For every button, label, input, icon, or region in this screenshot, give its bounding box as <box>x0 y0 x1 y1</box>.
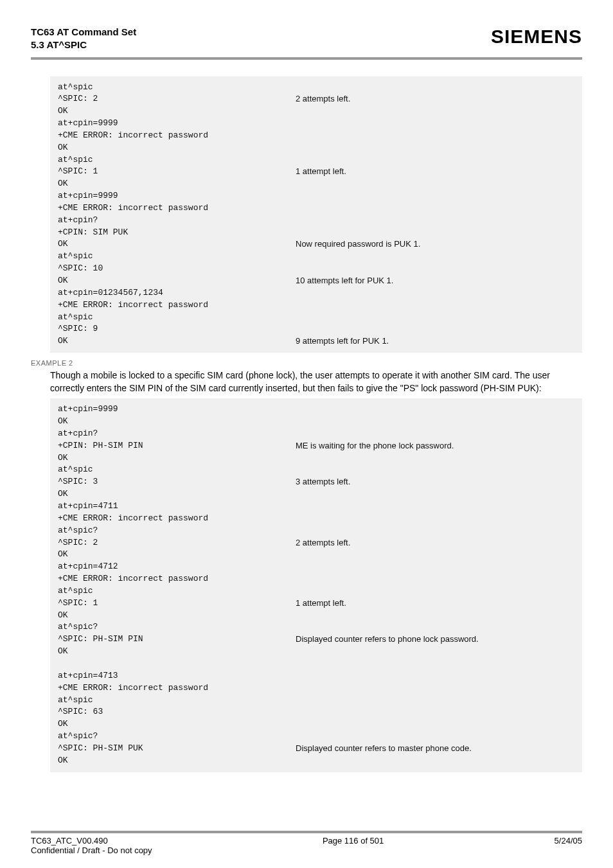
terminal-text: at^spic <box>58 585 296 598</box>
terminal-text: OK <box>58 549 296 561</box>
code-row: ^SPIC: 11 attempt left. <box>58 598 574 610</box>
code-row: +CME ERROR: incorrect password <box>58 573 574 585</box>
code-row: at+cpin=4711 <box>58 500 574 513</box>
code-row: OK <box>58 142 574 154</box>
annotation-text: 2 attempts left. <box>296 93 350 105</box>
code-row: ^SPIC: 10 <box>58 263 574 275</box>
code-row: at+cpin=9999 <box>58 190 574 202</box>
terminal-text: OK <box>58 178 296 190</box>
terminal-text: OK <box>58 646 296 658</box>
terminal-text: at+cpin? <box>58 215 296 227</box>
terminal-text: at+cpin=9999 <box>58 403 296 416</box>
terminal-text <box>58 658 296 670</box>
annotation-text: 1 attempt left. <box>296 166 346 178</box>
terminal-text: OK <box>58 105 296 118</box>
terminal-text: ^SPIC: 10 <box>58 263 296 275</box>
terminal-text: +CME ERROR: incorrect password <box>58 513 296 525</box>
code-row: +CME ERROR: incorrect password <box>58 299 574 312</box>
terminal-text: +CME ERROR: incorrect password <box>58 202 296 215</box>
terminal-text: +CME ERROR: incorrect password <box>58 299 296 312</box>
terminal-text: ^SPIC: 1 <box>58 166 296 178</box>
annotation-text: ME is waiting for the phone lock passwor… <box>296 440 454 452</box>
page-footer: TC63_ATC_V00.490 Confidential / Draft - … <box>31 836 582 855</box>
terminal-text: OK <box>58 416 296 428</box>
header-title: TC63 AT Command Set 5.3 AT^SPIC <box>31 26 136 52</box>
terminal-text: ^SPIC: PH-SIM PIN <box>58 633 296 646</box>
terminal-text: ^SPIC: 9 <box>58 323 296 335</box>
code-row: at^spic <box>58 312 574 324</box>
annotation-text: 10 attempts left for PUK 1. <box>296 275 393 287</box>
terminal-text: +CME ERROR: incorrect password <box>58 682 296 695</box>
terminal-text: +CPIN: SIM PUK <box>58 227 296 239</box>
code-row: ^SPIC: 9 <box>58 323 574 335</box>
code-row: at+cpin=4713 <box>58 670 574 682</box>
terminal-text: OK <box>58 610 296 622</box>
terminal-text: at+cpin=01234567,1234 <box>58 287 296 299</box>
terminal-text: at^spic <box>58 251 296 263</box>
code-row: +CME ERROR: incorrect password <box>58 202 574 215</box>
terminal-text: OK <box>58 452 296 465</box>
code-row: ^SPIC: 22 attempts left. <box>58 93 574 105</box>
code-row: at+cpin? <box>58 215 574 227</box>
code-example-1: at^spic^SPIC: 22 attempts left.OKat+cpin… <box>50 76 582 353</box>
terminal-text: at+cpin=9999 <box>58 190 296 202</box>
brand-logo: SIEMENS <box>491 26 582 48</box>
terminal-text: at^spic? <box>58 621 296 633</box>
code-row: at^spic <box>58 464 574 476</box>
terminal-text: ^SPIC: 63 <box>58 706 296 718</box>
terminal-text: OK <box>58 275 296 287</box>
code-row: at+cpin? <box>58 428 574 440</box>
code-row: +CPIN: SIM PUK <box>58 227 574 239</box>
footer-confidential: Confidential / Draft - Do not copy <box>31 846 152 855</box>
code-row: OK <box>58 549 574 561</box>
annotation-text: 3 attempts left. <box>296 476 350 488</box>
code-row: OK10 attempts left for PUK 1. <box>58 275 574 287</box>
code-example-2: at+cpin=9999OKat+cpin?+CPIN: PH-SIM PINM… <box>50 398 582 772</box>
terminal-text: ^SPIC: 2 <box>58 93 296 105</box>
footer-page-number: Page 116 of 501 <box>323 836 384 855</box>
terminal-text: at+cpin=4711 <box>58 500 296 513</box>
terminal-text: +CME ERROR: incorrect password <box>58 573 296 585</box>
terminal-text: OK <box>58 488 296 500</box>
footer-left: TC63_ATC_V00.490 Confidential / Draft - … <box>31 836 152 855</box>
code-row: OK <box>58 452 574 465</box>
code-row: at^spic <box>58 154 574 166</box>
terminal-text: +CME ERROR: incorrect password <box>58 130 296 142</box>
code-row: OKNow required password is PUK 1. <box>58 238 574 251</box>
doc-section: 5.3 AT^SPIC <box>31 39 136 51</box>
terminal-text: at+cpin? <box>58 428 296 440</box>
terminal-text: OK <box>58 238 296 251</box>
code-row: at^spic <box>58 251 574 263</box>
footer-rule: TC63_ATC_V00.490 Confidential / Draft - … <box>31 831 582 855</box>
terminal-text: at^spic? <box>58 525 296 537</box>
annotation-text: Displayed counter refers to phone lock p… <box>296 633 479 646</box>
code-row: +CME ERROR: incorrect password <box>58 682 574 695</box>
code-row: ^SPIC: 11 attempt left. <box>58 166 574 178</box>
terminal-text: at+cpin=4713 <box>58 670 296 682</box>
footer-date: 5/24/05 <box>555 836 582 855</box>
terminal-text: at^spic <box>58 464 296 476</box>
code-row: +CME ERROR: incorrect password <box>58 130 574 142</box>
code-row: at+cpin=9999 <box>58 403 574 416</box>
annotation-text: Displayed counter refers to master phone… <box>296 743 472 755</box>
annotation-text: Now required password is PUK 1. <box>296 238 420 251</box>
terminal-text: ^SPIC: 1 <box>58 598 296 610</box>
code-row: OK <box>58 178 574 190</box>
terminal-text: at^spic <box>58 82 296 94</box>
terminal-text: +CPIN: PH-SIM PIN <box>58 440 296 452</box>
code-row: OK <box>58 755 574 767</box>
code-row: at^spic <box>58 82 574 94</box>
code-row: OK <box>58 105 574 118</box>
code-row: at^spic? <box>58 621 574 633</box>
code-row: at+cpin=01234567,1234 <box>58 287 574 299</box>
code-row: OK9 attempts left for PUK 1. <box>58 335 574 348</box>
terminal-text: at^spic? <box>58 731 296 743</box>
terminal-text: ^SPIC: 2 <box>58 537 296 549</box>
code-row <box>58 658 574 670</box>
code-row: ^SPIC: 33 attempts left. <box>58 476 574 488</box>
doc-title: TC63 AT Command Set <box>31 26 136 39</box>
code-row: ^SPIC: PH-SIM PINDisplayed counter refer… <box>58 633 574 646</box>
annotation-text: 1 attempt left. <box>296 598 346 610</box>
page-header: TC63 AT Command Set 5.3 AT^SPIC SIEMENS <box>31 26 582 60</box>
example-2-label: EXAMPLE 2 <box>31 359 582 367</box>
